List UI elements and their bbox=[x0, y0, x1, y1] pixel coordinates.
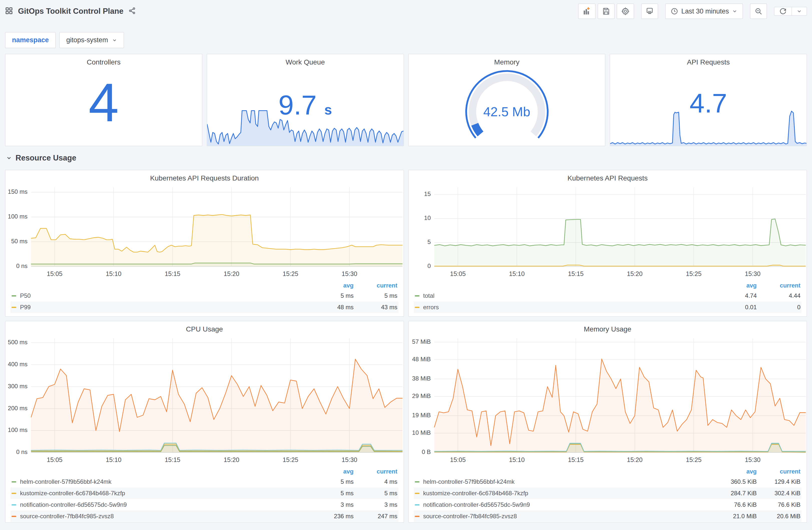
dashboard-page: GitOps Toolkit Control Plane bbox=[0, 0, 812, 523]
panel-title[interactable]: CPU Usage bbox=[5, 321, 404, 334]
add-panel-button[interactable] bbox=[578, 3, 596, 19]
refresh-interval-dropdown[interactable] bbox=[792, 7, 807, 15]
x-tick-label: 15:30 bbox=[342, 270, 358, 277]
legend-series-name[interactable]: total bbox=[415, 292, 720, 299]
x-tick-label: 15:25 bbox=[686, 456, 701, 463]
variable-value: gitops-system bbox=[66, 36, 108, 44]
x-tick-label: 15:25 bbox=[283, 270, 299, 277]
legend-current-value: 43 ms bbox=[354, 304, 397, 311]
panel-memory-usage: Memory Usage 0 B10 MiB19 MiB29 MiB38 MiB… bbox=[408, 321, 807, 523]
panel-controllers: Controllers 4 bbox=[5, 54, 202, 146]
zoom-out-button[interactable] bbox=[750, 3, 767, 19]
panel-api-requests: API Requests 4.7 bbox=[610, 54, 807, 146]
legend-current-value: 4 ms bbox=[354, 478, 397, 485]
legend-avg-value: 284.7 KiB bbox=[719, 490, 757, 497]
chart-canvas[interactable]: 0 B10 MiB19 MiB29 MiB38 MiB48 MiB57 MiB1… bbox=[410, 334, 807, 466]
legend-series-name[interactable]: notification-controller-6d56575dc-5w9n9 bbox=[415, 501, 720, 508]
save-dashboard-button[interactable] bbox=[598, 3, 614, 19]
x-tick-label: 15:05 bbox=[47, 270, 62, 277]
apps-grid-icon[interactable] bbox=[5, 7, 13, 16]
legend-avg-value: 5 ms bbox=[316, 292, 354, 299]
legend-series-label: total bbox=[423, 292, 435, 299]
time-range-picker[interactable]: Last 30 minutes bbox=[665, 3, 743, 19]
panel-title[interactable]: Memory Usage bbox=[409, 321, 807, 334]
legend-series-name[interactable]: P50 bbox=[12, 292, 316, 299]
panel-title[interactable]: Work Queue bbox=[207, 54, 404, 67]
section-title: Resource Usage bbox=[15, 153, 76, 162]
cycle-view-button[interactable] bbox=[641, 3, 658, 19]
x-tick-label: 15:20 bbox=[223, 456, 240, 463]
legend-column-current[interactable]: current bbox=[354, 282, 397, 289]
refresh-button[interactable] bbox=[774, 7, 792, 15]
legend-swatch-icon bbox=[415, 504, 420, 505]
chart-canvas[interactable]: 0 ns100 ms200 ms300 ms400 ms500 ms15:051… bbox=[7, 334, 404, 466]
panel-memory: Memory 42.5 Mb bbox=[408, 54, 606, 146]
y-tick-label: 50 ms bbox=[11, 238, 28, 245]
legend-series-name[interactable]: source-controller-7fb84fc985-zvsz8 bbox=[12, 513, 316, 520]
x-tick-label: 15:15 bbox=[568, 456, 584, 463]
chart-legend: avgcurrenthelm-controller-57f9b56bbf-k24… bbox=[5, 466, 404, 522]
chart-plot: 0 ns100 ms200 ms300 ms400 ms500 ms15:051… bbox=[5, 334, 404, 466]
settings-gear-button[interactable] bbox=[617, 3, 634, 19]
legend-series-label: notification-controller-6d56575dc-5w9n9 bbox=[423, 501, 530, 508]
legend-column-avg[interactable]: avg bbox=[719, 468, 757, 475]
variable-value-dropdown[interactable]: gitops-system bbox=[59, 32, 124, 48]
y-tick-label: 57 MiB bbox=[412, 338, 431, 345]
legend-column-current[interactable]: current bbox=[757, 282, 800, 289]
legend-row: P505 ms5 ms bbox=[11, 290, 398, 301]
refresh-button-group bbox=[774, 7, 807, 16]
panel-title[interactable]: Memory bbox=[409, 54, 605, 67]
legend-series-name[interactable]: errors bbox=[415, 304, 720, 311]
section-resource-usage[interactable]: Resource Usage bbox=[5, 146, 807, 170]
y-tick-label: 0 ns bbox=[16, 263, 28, 269]
y-tick-label: 500 ms bbox=[8, 339, 28, 345]
x-tick-label: 15:05 bbox=[47, 456, 62, 463]
y-tick-label: 15 bbox=[424, 191, 431, 197]
legend-column-avg[interactable]: avg bbox=[316, 468, 354, 475]
legend-row: kustomize-controller-6c6784b468-7kzfp5 m… bbox=[11, 487, 398, 499]
legend-current-value: 3 ms bbox=[354, 501, 397, 508]
variable-label-namespace[interactable]: namespace bbox=[5, 32, 56, 48]
legend-swatch-icon bbox=[12, 493, 16, 494]
legend-avg-value: 360.5 KiB bbox=[719, 478, 757, 485]
x-tick-label: 15:10 bbox=[106, 456, 121, 463]
legend-swatch-icon bbox=[12, 504, 16, 505]
legend-series-name[interactable]: helm-controller-57f9b56bbf-k24mk bbox=[415, 478, 720, 485]
legend-swatch-icon bbox=[12, 481, 16, 483]
panel-title[interactable]: Kubernetes API Requests Duration bbox=[5, 170, 404, 183]
legend-swatch-icon bbox=[12, 307, 16, 308]
legend-series-name[interactable]: P99 bbox=[12, 304, 316, 311]
legend-series-label: errors bbox=[423, 304, 439, 311]
legend-header: avgcurrent bbox=[11, 280, 398, 290]
share-icon[interactable] bbox=[128, 7, 136, 15]
stat-value: 4.7 bbox=[610, 90, 807, 117]
legend-series-name[interactable]: notification-controller-6d56575dc-5w9n9 bbox=[12, 501, 316, 508]
panel-title[interactable]: Kubernetes API Requests bbox=[409, 170, 807, 183]
x-tick-label: 15:30 bbox=[342, 456, 358, 463]
legend-swatch-icon bbox=[415, 516, 420, 517]
legend-column-current[interactable]: current bbox=[757, 468, 800, 475]
series-area bbox=[31, 359, 403, 453]
toolbar: Last 30 minutes bbox=[578, 3, 807, 19]
x-tick-label: 15:30 bbox=[745, 270, 760, 277]
panel-title[interactable]: API Requests bbox=[610, 54, 807, 67]
legend-series-name[interactable]: kustomize-controller-6c6784b468-7kzfp bbox=[12, 490, 316, 497]
legend-column-current[interactable]: current bbox=[354, 468, 397, 475]
legend-row: kustomize-controller-6c6784b468-7kzfp284… bbox=[414, 487, 802, 499]
x-tick-label: 15:10 bbox=[106, 270, 121, 277]
legend-column-avg[interactable]: avg bbox=[719, 282, 757, 289]
legend-column-avg[interactable]: avg bbox=[316, 282, 354, 289]
legend-series-name[interactable]: source-controller-7fb84fc985-zvsz8 bbox=[415, 513, 720, 520]
chart-plot: 0 B10 MiB19 MiB29 MiB38 MiB48 MiB57 MiB1… bbox=[409, 334, 807, 466]
legend-avg-value: 5 ms bbox=[316, 490, 354, 497]
legend-series-name[interactable]: kustomize-controller-6c6784b468-7kzfp bbox=[415, 490, 720, 497]
y-tick-label: 0 B bbox=[421, 448, 431, 455]
panel-title[interactable]: Controllers bbox=[5, 54, 202, 67]
legend-series-label: P99 bbox=[20, 304, 31, 311]
chart-canvas[interactable]: 05101515:0515:1015:1515:2015:2515:30 bbox=[410, 183, 807, 280]
chart-canvas[interactable]: 0 ns50 ms100 ms150 ms15:0515:1015:1515:2… bbox=[7, 183, 404, 280]
page-title[interactable]: GitOps Toolkit Control Plane bbox=[18, 7, 123, 16]
clock-icon bbox=[671, 8, 678, 15]
legend-series-name[interactable]: helm-controller-57f9b56bbf-k24mk bbox=[12, 478, 316, 485]
legend-series-label: P50 bbox=[20, 292, 31, 299]
